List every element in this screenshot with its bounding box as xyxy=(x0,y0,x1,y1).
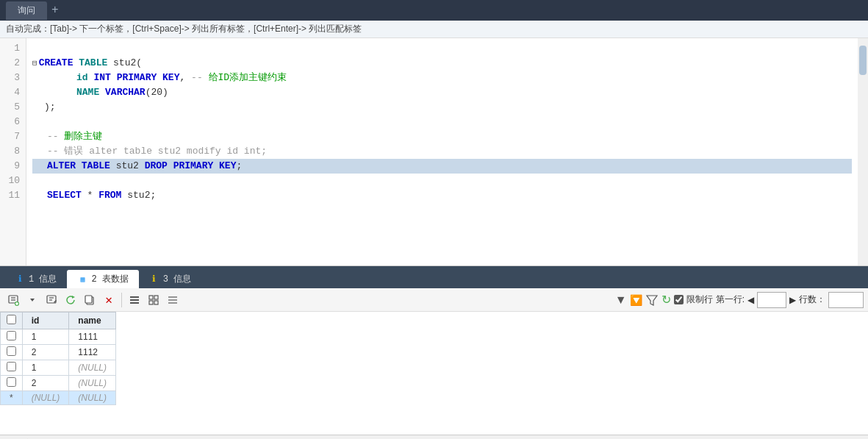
editor-scrollbar[interactable] xyxy=(858,38,868,265)
code-line-5: ); xyxy=(32,100,852,115)
editor-area[interactable]: 1 2 3 4 5 6 7 8 9 10 11 ⊟ CREATE TABLE s… xyxy=(0,38,868,266)
tab-info2[interactable]: ℹ 3 信息 xyxy=(139,270,201,288)
col-name[interactable]: name xyxy=(69,313,116,329)
tb-refresh-button[interactable] xyxy=(62,291,79,309)
cell-name-null[interactable]: (NULL) xyxy=(69,376,116,391)
code-line-2: ⊟ CREATE TABLE stu2( xyxy=(32,56,852,71)
data-table: id name 1 1111 2 1112 1 (NULL xyxy=(0,312,116,405)
new-tab-button[interactable]: + xyxy=(51,4,59,17)
svg-rect-19 xyxy=(154,301,158,304)
code-line-10 xyxy=(32,174,852,188)
code-line-1 xyxy=(32,41,852,56)
tb-delete-button[interactable]: ✕ xyxy=(100,291,118,309)
tb-dropdown-button[interactable] xyxy=(24,291,41,309)
status-bar: 数据库：db4 表格：stu2 https://blog.csdn.net/we… xyxy=(0,435,868,439)
tab-info1-label: 1 信息 xyxy=(29,273,57,285)
toolbar-separator-1 xyxy=(121,293,122,307)
svg-rect-13 xyxy=(130,296,139,298)
row-count-input[interactable]: 1000 xyxy=(828,292,864,308)
tab-info2-label: 3 信息 xyxy=(163,273,191,285)
row-checkbox[interactable] xyxy=(1,376,23,391)
data-table-wrap[interactable]: id name 1 1111 2 1112 1 (NULL xyxy=(0,312,868,435)
cell-name-null[interactable]: (NULL) xyxy=(69,360,116,376)
tab-tabledata-label: 2 表数据 xyxy=(91,273,128,285)
tb-add-button[interactable] xyxy=(4,291,22,309)
tb-copy-button[interactable] xyxy=(81,291,98,309)
tb-view2-button[interactable] xyxy=(145,291,162,309)
hint-text: 自动完成：[Tab]-> 下一个标签，[Ctrl+Space]-> 列出所有标签… xyxy=(6,24,362,34)
svg-rect-15 xyxy=(130,302,139,304)
bottom-tabs: ℹ 1 信息 ▦ 2 表数据 ℹ 3 信息 xyxy=(0,266,868,288)
svg-rect-18 xyxy=(149,301,153,304)
svg-rect-14 xyxy=(130,299,139,301)
new-row-id[interactable]: (NULL) xyxy=(22,391,69,405)
cell-id[interactable]: 1 xyxy=(22,329,69,345)
row-checkbox[interactable] xyxy=(1,360,23,376)
query-tab[interactable]: 询问 xyxy=(6,1,47,20)
line-numbers: 1 2 3 4 5 6 7 8 9 10 11 xyxy=(0,38,26,265)
first-row-label: 第一行: xyxy=(716,293,745,306)
filter-funnel-icon[interactable] xyxy=(645,293,659,307)
table-icon: ▦ xyxy=(77,274,87,285)
next-nav-btn[interactable]: ▶ xyxy=(789,295,796,305)
info2-icon: ℹ xyxy=(149,274,159,285)
filter-btn[interactable]: 🔽 xyxy=(630,294,642,306)
row-count-label: 行数： xyxy=(799,293,825,306)
tab-tabledata[interactable]: ▦ 2 表数据 xyxy=(67,270,138,288)
svg-rect-17 xyxy=(154,296,158,299)
title-bar: 询问 + xyxy=(0,0,868,21)
data-toolbar: ✕ ▼ 🔽 ↻ 限制行 第一行: ◀ 0 ▶ 行数： 1000 xyxy=(0,288,868,312)
bottom-panel: ℹ 1 信息 ▦ 2 表数据 ℹ 3 信息 ✕ xyxy=(0,266,868,435)
collapse-icon[interactable]: ⊟ xyxy=(32,56,37,71)
query-tab-label: 询问 xyxy=(18,4,35,17)
tb-edit-button[interactable] xyxy=(43,291,60,309)
cell-id[interactable]: 2 xyxy=(22,345,69,360)
code-line-11: SELECT * FROM stu2; xyxy=(32,188,852,203)
svg-marker-10 xyxy=(72,296,75,299)
table-row: 2 (NULL) xyxy=(1,376,116,391)
code-content[interactable]: ⊟ CREATE TABLE stu2( id INT PRIMARY KEY … xyxy=(26,38,858,265)
scrollbar-thumb[interactable] xyxy=(859,46,867,75)
select-all-checkbox[interactable] xyxy=(7,315,16,324)
tab-info1[interactable]: ℹ 1 信息 xyxy=(4,270,67,288)
code-line-3: id INT PRIMARY KEY , -- 给ID添加主键约束 xyxy=(32,71,852,85)
hint-bar: 自动完成：[Tab]-> 下一个标签，[Ctrl+Space]-> 列出所有标签… xyxy=(0,21,868,38)
table-row: 2 1112 xyxy=(1,345,116,360)
svg-marker-6 xyxy=(30,299,35,301)
first-row-input[interactable]: 0 xyxy=(757,292,786,308)
col-checkbox[interactable] xyxy=(1,313,23,329)
new-row-name[interactable]: (NULL) xyxy=(69,391,116,405)
new-row[interactable]: * (NULL) (NULL) xyxy=(1,391,116,405)
info1-icon: ℹ xyxy=(15,274,25,285)
code-line-7: -- 删除主键 xyxy=(32,129,852,144)
table-header-row: id name xyxy=(1,313,116,329)
tb-view1-button[interactable] xyxy=(126,291,143,309)
cell-name[interactable]: 1112 xyxy=(69,345,116,360)
prev-nav-btn[interactable]: ◀ xyxy=(747,295,754,305)
limit-label: 限制行 xyxy=(686,293,713,306)
toolbar-right: ▼ 🔽 ↻ 限制行 第一行: ◀ 0 ▶ 行数： 1000 xyxy=(615,292,864,308)
tb-view3-button[interactable] xyxy=(164,291,182,309)
svg-rect-12 xyxy=(85,296,92,303)
code-line-4: NAME VARCHAR (20) xyxy=(32,85,852,100)
refresh-icon[interactable]: ↻ xyxy=(661,293,671,307)
code-line-9: ALTER TABLE stu2 DROP PRIMARY KEY ; xyxy=(32,159,852,174)
new-row-star: * xyxy=(1,391,23,405)
table-row: 1 (NULL) xyxy=(1,360,116,376)
table-row: 1 1111 xyxy=(1,329,116,345)
row-checkbox[interactable] xyxy=(1,345,23,360)
limit-checkbox[interactable] xyxy=(674,295,684,304)
svg-marker-23 xyxy=(647,296,657,305)
cell-name[interactable]: 1111 xyxy=(69,329,116,345)
svg-rect-16 xyxy=(149,296,153,299)
code-line-8: -- 错误 alter table stu2 modify id int; xyxy=(32,144,852,159)
cell-id[interactable]: 2 xyxy=(22,376,69,391)
row-checkbox[interactable] xyxy=(1,329,23,345)
col-id[interactable]: id xyxy=(22,313,69,329)
cell-id[interactable]: 1 xyxy=(22,360,69,376)
code-line-6 xyxy=(32,115,852,129)
filter-icon[interactable]: ▼ xyxy=(615,293,627,307)
